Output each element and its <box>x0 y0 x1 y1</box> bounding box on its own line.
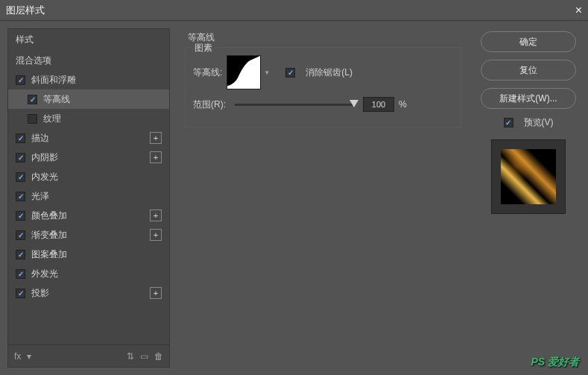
fieldset-legend: 图素 <box>192 42 215 54</box>
add-effect-button[interactable]: + <box>150 209 162 221</box>
close-icon[interactable]: × <box>575 4 582 17</box>
range-label: 范围(R): <box>193 98 226 111</box>
style-row-9[interactable]: 图案叠加 <box>8 245 169 264</box>
style-label: 纹理 <box>43 113 61 125</box>
style-row-4[interactable]: 内阴影+ <box>8 148 169 167</box>
preview-checkbox[interactable] <box>504 118 513 127</box>
range-unit: % <box>399 99 407 110</box>
range-slider[interactable] <box>235 104 354 106</box>
styles-header: 样式 <box>8 29 169 51</box>
style-checkbox[interactable] <box>16 289 25 298</box>
style-label: 图案叠加 <box>31 248 67 261</box>
section-title: 等高线 <box>185 31 461 44</box>
dialog-title: 图层样式 <box>6 4 45 17</box>
style-label: 外发光 <box>31 268 58 280</box>
preview-label: 预览(V) <box>524 116 554 129</box>
styles-panel: 样式 混合选项 斜面和浮雕等高线纹理描边+内阴影+内发光光泽颜色叠加+渐变叠加+… <box>7 28 170 368</box>
style-label: 斜面和浮雕 <box>31 74 76 86</box>
antialias-label: 消除锯齿(L) <box>306 66 353 79</box>
style-checkbox[interactable] <box>16 75 25 85</box>
new-style-button[interactable]: 新建样式(W)... <box>481 88 576 109</box>
style-row-0[interactable]: 斜面和浮雕 <box>8 70 169 89</box>
style-checkbox[interactable] <box>28 114 37 124</box>
style-row-7[interactable]: 颜色叠加+ <box>8 206 169 225</box>
contour-label: 等高线: <box>193 66 222 79</box>
add-effect-button[interactable]: + <box>150 229 162 241</box>
add-effect-button[interactable]: + <box>150 151 162 163</box>
center-panel: 等高线 图素 等高线: ▾ 消除锯齿(L) 范围(R): % <box>177 28 469 368</box>
style-label: 描边 <box>31 132 49 145</box>
fx-chevron-icon[interactable]: ▾ <box>27 351 31 362</box>
add-effect-button[interactable]: + <box>150 132 162 144</box>
style-label: 等高线 <box>43 93 70 106</box>
style-row-11[interactable]: 投影+ <box>8 283 169 303</box>
fx-icon[interactable]: fx <box>14 351 21 362</box>
style-checkbox[interactable] <box>16 250 25 259</box>
style-checkbox[interactable] <box>16 172 25 182</box>
antialias-checkbox[interactable] <box>285 68 295 78</box>
style-row-5[interactable]: 内发光 <box>8 167 169 186</box>
style-row-2[interactable]: 纹理 <box>8 109 169 128</box>
style-label: 内发光 <box>31 171 58 183</box>
style-row-6[interactable]: 光泽 <box>8 186 169 206</box>
style-checkbox[interactable] <box>16 269 25 279</box>
style-row-8[interactable]: 渐变叠加+ <box>8 225 169 245</box>
elements-fieldset: 图素 等高线: ▾ 消除锯齿(L) 范围(R): % <box>185 47 461 127</box>
add-effect-button[interactable]: + <box>150 287 162 299</box>
style-checkbox[interactable] <box>16 133 25 143</box>
style-label: 内阴影 <box>31 151 58 164</box>
style-label: 渐变叠加 <box>31 229 67 242</box>
preview-swatch <box>501 149 556 204</box>
blend-options-label: 混合选项 <box>16 54 51 67</box>
preview-box <box>491 139 566 214</box>
page-icon[interactable]: ▭ <box>140 351 148 362</box>
style-checkbox[interactable] <box>16 192 25 201</box>
watermark: PS 爱好者 <box>531 356 579 369</box>
style-list: 斜面和浮雕等高线纹理描边+内阴影+内发光光泽颜色叠加+渐变叠加+图案叠加外发光投… <box>8 70 169 344</box>
range-input[interactable] <box>363 97 394 112</box>
style-checkbox[interactable] <box>16 211 25 221</box>
blend-options-row[interactable]: 混合选项 <box>8 51 169 70</box>
style-checkbox[interactable] <box>28 95 37 104</box>
trash-icon[interactable]: 🗑 <box>154 351 163 362</box>
cancel-button[interactable]: 复位 <box>481 60 576 81</box>
style-checkbox[interactable] <box>16 153 25 163</box>
panel-footer: fx ▾ ⇅ ▭ 🗑 <box>8 344 169 367</box>
contour-picker[interactable] <box>227 55 261 89</box>
style-label: 投影 <box>31 287 49 300</box>
style-label: 颜色叠加 <box>31 209 67 222</box>
style-label: 光泽 <box>31 190 49 203</box>
style-row-1[interactable]: 等高线 <box>8 89 169 109</box>
style-row-10[interactable]: 外发光 <box>8 264 169 283</box>
style-checkbox[interactable] <box>16 230 25 240</box>
arrows-icon[interactable]: ⇅ <box>127 351 134 362</box>
ok-button[interactable]: 确定 <box>481 31 576 52</box>
contour-chevron-icon[interactable]: ▾ <box>265 69 269 76</box>
right-panel: 确定 复位 新建样式(W)... 预览(V) <box>476 28 581 368</box>
style-row-3[interactable]: 描边+ <box>8 128 169 148</box>
